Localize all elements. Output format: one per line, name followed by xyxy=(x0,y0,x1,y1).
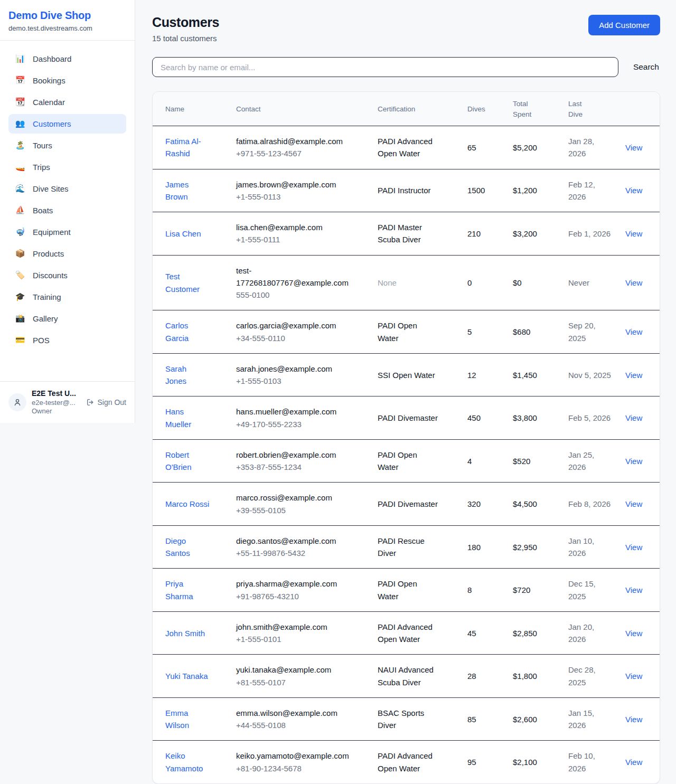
shop-name: Demo Dive Shop xyxy=(8,10,126,22)
view-customer-link[interactable]: View xyxy=(625,278,642,287)
people-icon: 👥 xyxy=(15,120,25,128)
customer-name-link[interactable]: James Brown xyxy=(165,178,210,203)
table-row: Robert O'Brien robert.obrien@example.com… xyxy=(153,439,660,483)
customer-name-link[interactable]: Carlos Garcia xyxy=(165,319,210,344)
customer-email: james.brown@example.com xyxy=(236,178,355,191)
sidebar-item-label: Calendar xyxy=(33,98,65,107)
table-row: Test Customer test-1772681807767@example… xyxy=(153,255,660,310)
customer-name-link[interactable]: John Smith xyxy=(165,627,205,639)
page-title-block: Customers 15 total customers xyxy=(152,15,219,43)
customer-name-link[interactable]: Robert O'Brien xyxy=(165,449,210,474)
customer-dives: 65 xyxy=(461,126,506,169)
view-customer-link[interactable]: View xyxy=(625,585,642,594)
sidebar-item-products[interactable]: 📦 Products xyxy=(8,244,126,263)
search-button[interactable]: Search xyxy=(632,60,660,74)
sidebar-item-dashboard[interactable]: 📊 Dashboard xyxy=(8,49,126,69)
view-customer-link[interactable]: View xyxy=(625,143,642,152)
customer-phone: +34-555-0110 xyxy=(236,332,365,344)
diving-mask-icon: 🤿 xyxy=(15,228,25,236)
view-customer-link[interactable]: View xyxy=(625,371,642,380)
customer-email: carlos.garcia@example.com xyxy=(236,319,355,332)
view-customer-link[interactable]: View xyxy=(625,629,642,638)
sidebar-item-discounts[interactable]: 🏷️ Discounts xyxy=(8,266,126,285)
search-input[interactable] xyxy=(152,57,618,77)
speedboat-icon: 🚤 xyxy=(15,163,25,171)
customer-name-link[interactable]: Marco Rossi xyxy=(165,498,209,510)
sidebar-item-training[interactable]: 🎓 Training xyxy=(8,287,126,307)
customer-name-link[interactable]: Diego Santos xyxy=(165,535,210,560)
customer-name-link[interactable]: Keiko Yamamoto xyxy=(165,750,210,774)
view-customer-link[interactable]: View xyxy=(625,715,642,724)
sidebar-item-boats[interactable]: ⛵ Boats xyxy=(8,201,126,220)
view-customer-link[interactable]: View xyxy=(625,758,642,767)
customer-name-link[interactable]: Test Customer xyxy=(165,270,210,295)
customer-total-spent: $520 xyxy=(506,439,562,483)
customer-email: fatima.alrashid@example.com xyxy=(236,135,355,147)
customer-last-dive: Jan 28, 2026 xyxy=(568,135,613,160)
main-content: Customers 15 total customers Add Custome… xyxy=(135,0,676,784)
customer-total-spent: $720 xyxy=(506,569,562,612)
view-customer-link[interactable]: View xyxy=(625,672,642,681)
sidebar-item-label: Dashboard xyxy=(33,54,71,63)
sidebar-item-customers[interactable]: 👥 Customers xyxy=(8,114,126,134)
table-row: Priya Sharma priya.sharma@example.com +9… xyxy=(153,569,660,612)
customer-total-spent: $0 xyxy=(506,255,562,310)
customer-total-spent: $3,800 xyxy=(506,396,562,440)
customer-certification: NAUI Advanced Scuba Diver xyxy=(378,664,440,688)
customer-dives: 85 xyxy=(461,697,506,741)
customer-name-link[interactable]: Fatima Al-Rashid xyxy=(165,135,210,160)
sign-out-icon xyxy=(86,398,95,407)
customer-name-link[interactable]: Yuki Tanaka xyxy=(165,670,208,682)
view-customer-link[interactable]: View xyxy=(625,543,642,552)
customer-last-dive: Jan 20, 2026 xyxy=(568,621,613,646)
customer-certification: PADI Open Water xyxy=(378,319,440,344)
customer-phone: +1-555-0111 xyxy=(236,233,365,245)
column-header-actions xyxy=(619,92,660,126)
customer-phone: +44-555-0108 xyxy=(236,719,365,731)
view-customer-link[interactable]: View xyxy=(625,186,642,195)
sign-out-button[interactable]: Sign Out xyxy=(86,398,126,407)
customer-last-dive: Feb 8, 2026 xyxy=(568,498,611,510)
customer-certification: BSAC Sports Diver xyxy=(378,707,440,732)
customer-name-link[interactable]: Hans Mueller xyxy=(165,405,210,430)
customer-email: diego.santos@example.com xyxy=(236,535,355,547)
add-customer-button[interactable]: Add Customer xyxy=(588,15,660,35)
sidebar-item-pos[interactable]: 💳 POS xyxy=(8,330,126,350)
user-role: Owner xyxy=(32,407,76,415)
sidebar-item-tours[interactable]: 🏝️ Tours xyxy=(8,136,126,155)
column-header-contact: Contact xyxy=(230,92,371,126)
customer-dives: 4 xyxy=(461,439,506,483)
sign-out-label: Sign Out xyxy=(98,398,126,407)
customer-name-link[interactable]: Priya Sharma xyxy=(165,578,210,602)
credit-card-icon: 💳 xyxy=(15,336,25,344)
customer-certification: PADI Open Water xyxy=(378,578,440,602)
sidebar-item-dive-sites[interactable]: 🌊 Dive Sites xyxy=(8,179,126,199)
customer-name-link[interactable]: Emma Wilson xyxy=(165,707,210,732)
table-row: John Smith john.smith@example.com +1-555… xyxy=(153,611,660,655)
customer-dives: 450 xyxy=(461,396,506,440)
customer-last-dive: Dec 15, 2025 xyxy=(568,578,613,602)
customer-total-spent: $680 xyxy=(506,310,562,354)
customer-phone: +49-170-555-2233 xyxy=(236,418,365,430)
customer-name-link[interactable]: Lisa Chen xyxy=(165,228,201,240)
view-customer-link[interactable]: View xyxy=(625,327,642,336)
sidebar-nav: 📊 Dashboard 📅 Bookings 📆 Calendar 👥 Cust… xyxy=(0,41,135,358)
customer-name-link[interactable]: Sarah Jones xyxy=(165,363,210,388)
sidebar-item-label: Dive Sites xyxy=(33,184,69,193)
sidebar-item-calendar[interactable]: 📆 Calendar xyxy=(8,92,126,112)
view-customer-link[interactable]: View xyxy=(625,229,642,238)
user-icon xyxy=(13,398,22,407)
view-customer-link[interactable]: View xyxy=(625,457,642,466)
sidebar-item-gallery[interactable]: 📸 Gallery xyxy=(8,309,126,328)
customer-certification: SSI Open Water xyxy=(378,369,435,381)
sidebar-item-equipment[interactable]: 🤿 Equipment xyxy=(8,222,126,242)
sidebar-item-label: Bookings xyxy=(33,76,65,85)
view-customer-link[interactable]: View xyxy=(625,413,642,422)
customer-email: hans.mueller@example.com xyxy=(236,405,355,418)
sidebar-item-bookings[interactable]: 📅 Bookings xyxy=(8,71,126,90)
sidebar-item-trips[interactable]: 🚤 Trips xyxy=(8,157,126,177)
column-header-last-dive: Last Dive xyxy=(562,92,619,126)
user-meta: E2E Test U... e2e-tester@... Owner xyxy=(32,389,76,415)
customer-email: yuki.tanaka@example.com xyxy=(236,664,355,676)
view-customer-link[interactable]: View xyxy=(625,499,642,508)
